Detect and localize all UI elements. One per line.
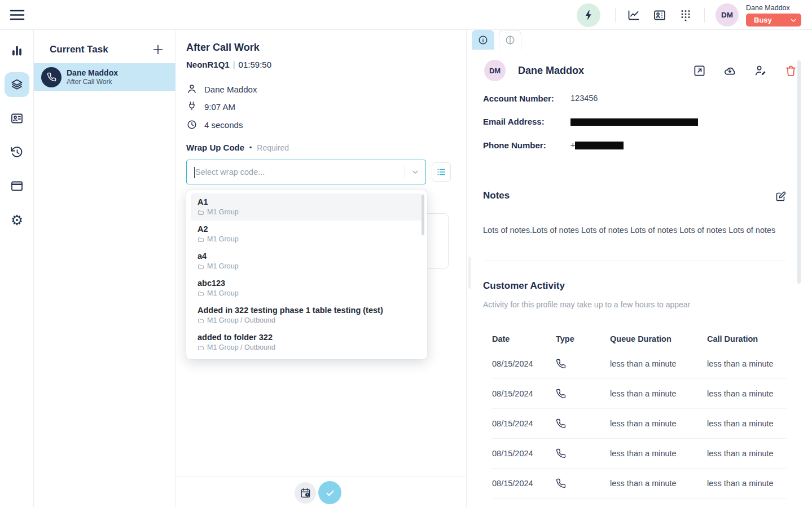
phone-icon xyxy=(41,67,62,87)
wrap-code-input[interactable] xyxy=(187,167,405,177)
person-icon xyxy=(186,83,197,95)
hamburger-menu-icon[interactable] xyxy=(10,8,25,22)
lightning-button[interactable] xyxy=(577,3,600,27)
wrap-code-option[interactable]: A1 M1 Group xyxy=(191,193,423,221)
schedule-button[interactable] xyxy=(295,482,316,504)
folder-icon xyxy=(197,290,204,297)
account-number-row: Account Number: 123456 xyxy=(483,94,554,103)
column-header-type: Type xyxy=(556,334,610,343)
separator: | xyxy=(230,60,239,69)
chevron-down-icon[interactable] xyxy=(405,167,425,177)
activity-table-row: 08/15/2024 less than a minute less than … xyxy=(492,379,787,409)
left-icon-rail: ⚙ xyxy=(0,30,34,507)
task-detail-title: After Call Work xyxy=(186,42,260,54)
phone-row: Phone Number: + xyxy=(483,140,546,150)
wrap-code-option[interactable]: a4 M1 Group xyxy=(191,248,423,275)
folder-icon xyxy=(197,345,204,351)
customer-activity-title: Customer Activity xyxy=(483,280,565,292)
sidebar-item-conversations[interactable] xyxy=(5,72,29,97)
contact-meta-row: Dane Maddox xyxy=(186,83,257,95)
activity-table-row: 08/15/2024 less than a minute less than … xyxy=(492,439,787,469)
wrap-code-option[interactable]: A2 M1 Group xyxy=(191,221,423,248)
folder-icon xyxy=(197,236,204,243)
info-icon xyxy=(477,34,489,46)
contact-card-icon[interactable] xyxy=(653,8,666,22)
wrap-code-select[interactable] xyxy=(186,160,426,184)
user-name: Dane Maddox xyxy=(746,4,790,12)
column-header-queue-duration: Queue Duration xyxy=(610,334,707,343)
tab-split-view[interactable] xyxy=(499,30,521,50)
lightning-icon xyxy=(583,10,594,21)
dropdown-scrollbar[interactable] xyxy=(422,195,424,235)
folder-icon xyxy=(197,209,204,216)
external-link-icon[interactable] xyxy=(693,64,706,77)
cloud-download-icon[interactable] xyxy=(723,64,736,77)
tab-info[interactable] xyxy=(472,30,494,50)
profile-actions xyxy=(693,64,797,77)
calendar-clock-icon xyxy=(300,487,311,499)
sidebar-item-contacts[interactable] xyxy=(5,106,29,131)
contact-name-heading: Dane Maddox xyxy=(518,65,584,77)
status-dropdown-button[interactable]: Busy xyxy=(746,14,801,27)
split-circle-icon xyxy=(504,34,516,46)
email-label: Email Address: xyxy=(483,117,545,126)
account-number-value: 123456 xyxy=(570,94,598,103)
column-header-call-duration: Call Duration xyxy=(707,334,787,343)
task-queue-timer: NeonR1Q1|01:59:50 xyxy=(186,60,271,69)
phone-icon xyxy=(556,478,610,488)
contact-name: Dane Maddox xyxy=(204,85,257,94)
wrap-up-code-label: Wrap Up Code xyxy=(186,143,244,152)
panel-scrollbar[interactable] xyxy=(468,257,471,289)
activity-table-row: 08/15/2024 less than a minute less than … xyxy=(492,469,787,499)
sidebar-item-workspace[interactable] xyxy=(5,174,29,199)
phone-icon xyxy=(556,389,610,399)
complete-task-button[interactable] xyxy=(318,481,341,504)
activity-table-row: 08/15/2024 less than a minute less than … xyxy=(492,349,787,379)
wrap-code-list-button[interactable] xyxy=(432,162,451,182)
line-chart-icon[interactable] xyxy=(627,8,640,22)
browser-window-icon xyxy=(10,179,24,193)
activity-table-row: 08/15/2024 less than a minute less than … xyxy=(492,409,787,439)
current-task-panel: Current Task Dane Maddox After Call Work xyxy=(34,30,175,507)
activity-table: Date Type Queue Duration Call Duration 0… xyxy=(492,329,787,499)
current-task-title: Current Task xyxy=(50,44,108,55)
queue-name: NeonR1Q1 xyxy=(186,60,230,69)
activity-table-header: Date Type Queue Duration Call Duration xyxy=(492,329,787,349)
contact-tabs xyxy=(472,30,521,50)
top-bar: DM Dane Maddox Busy xyxy=(0,0,812,30)
required-label: Required xyxy=(257,143,289,152)
panel-scrollbar[interactable] xyxy=(797,60,801,284)
sidebar-item-settings[interactable]: ⚙ xyxy=(5,208,29,232)
task-list-item[interactable]: Dane Maddox After Call Work xyxy=(34,63,175,91)
add-task-button[interactable] xyxy=(151,43,165,56)
bar-chart-icon xyxy=(10,44,24,58)
edit-notes-icon[interactable] xyxy=(775,191,787,202)
person-edit-icon[interactable] xyxy=(754,64,767,77)
phone-icon xyxy=(556,418,610,429)
text-caret xyxy=(194,167,195,178)
contact-card-icon xyxy=(10,112,24,125)
task-contact-name: Dane Maddox xyxy=(67,68,118,78)
start-time: 9:07 AM xyxy=(204,102,235,112)
trash-icon[interactable] xyxy=(784,64,797,77)
notes-content: Lots of notes.Lots of notes Lots of note… xyxy=(483,224,781,236)
wrap-code-option[interactable]: Added in 322 testing phase 1 table testi… xyxy=(191,302,423,329)
gear-icon: ⚙ xyxy=(11,213,23,227)
dialpad-icon[interactable] xyxy=(679,8,692,22)
phone-label: Phone Number: xyxy=(483,140,546,150)
sidebar-item-analytics[interactable] xyxy=(5,38,29,63)
plug-icon xyxy=(186,101,197,112)
wrap-code-option[interactable]: abc123 M1 Group xyxy=(191,275,423,302)
user-avatar[interactable]: DM xyxy=(716,3,739,27)
phone-icon xyxy=(556,359,610,369)
folder-icon xyxy=(197,263,204,270)
task-duration: 4 seconds xyxy=(204,120,243,130)
task-type-label: After Call Work xyxy=(67,78,118,86)
section-divider xyxy=(483,261,787,261)
sidebar-item-activity-history[interactable] xyxy=(5,140,29,165)
layers-icon xyxy=(10,78,24,91)
required-bullet: • xyxy=(249,144,252,152)
column-header-date: Date xyxy=(492,334,556,343)
phone-value-redacted: + xyxy=(570,140,624,149)
wrap-code-option[interactable]: added to folder 322 M1 Group / Outbound xyxy=(191,329,423,356)
